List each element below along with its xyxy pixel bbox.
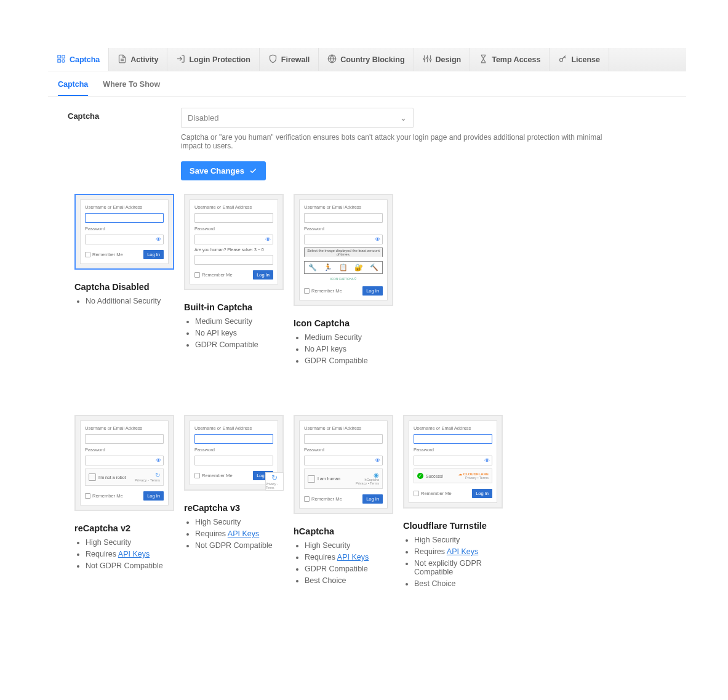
tab-label: Captcha: [70, 55, 100, 64]
option-bullets: High Security Requires API Keys GDPR Com…: [294, 541, 393, 585]
hourglass-icon: [479, 54, 488, 65]
tab-label: Firewall: [281, 55, 310, 64]
eye-icon: 👁: [484, 457, 490, 464]
turnstile-widget: ✓Success! ☁ CLOUDFLAREPrivacy • Terms: [414, 469, 492, 483]
option-title: reCaptcha v2: [74, 523, 174, 533]
activity-icon: [118, 54, 127, 65]
chevron-down-icon: ⌄: [400, 113, 407, 123]
svg-point-3: [62, 59, 65, 62]
option-bullets: Medium Security No API keys GDPR Compati…: [184, 317, 284, 349]
option-title: Captcha Disabled: [74, 282, 174, 292]
option-preview-turnstile[interactable]: Username or Email Address Password 👁 ✓Su…: [403, 415, 503, 509]
option-preview-icon[interactable]: Username or Email Address Password 👁 Sel…: [294, 194, 393, 306]
tab-activity[interactable]: Activity: [109, 48, 167, 71]
option-preview-recaptcha-v2[interactable]: Username or Email Address Password 👁 I'm…: [74, 415, 174, 511]
main-tab-bar: Captcha Activity Login Protection Firewa…: [48, 48, 686, 71]
save-changes-button[interactable]: Save Changes: [181, 161, 266, 180]
captcha-icon: [57, 54, 66, 65]
icon-captcha-strip: 🔧🏃📋🔐🔨: [304, 261, 383, 274]
svg-rect-2: [58, 59, 60, 62]
key-icon: [558, 54, 567, 65]
tab-label: Design: [436, 55, 462, 64]
tab-label: Activity: [130, 55, 158, 64]
eye-icon: 👁: [375, 236, 380, 243]
svg-point-15: [426, 57, 428, 59]
svg-point-14: [423, 58, 425, 60]
pv-login-btn: Log In: [143, 250, 164, 259]
pv-username-label: Username or Email Address: [85, 204, 164, 210]
option-preview-recaptcha-v3[interactable]: Username or Email Address Password Remem…: [184, 415, 284, 491]
eye-icon: 👁: [375, 457, 380, 464]
tab-label: Login Protection: [189, 55, 250, 64]
captcha-field-label: Captcha: [48, 108, 181, 150]
svg-point-16: [430, 58, 431, 60]
option-preview-hcaptcha[interactable]: Username or Email Address Password 👁 I a…: [294, 415, 393, 514]
pv-username-input: [85, 213, 164, 223]
option-preview-disabled[interactable]: Username or Email Address Password 👁 Rem…: [74, 194, 174, 270]
recaptcha-widget: I'm not a robot ↻Privacy - Terms: [85, 469, 164, 486]
option-bullets: High Security Requires API Keys Not GDPR…: [74, 538, 174, 570]
tab-label: License: [571, 55, 600, 64]
captcha-options-row-1: Username or Email Address Password 👁 Rem…: [48, 194, 686, 368]
tab-login-protection[interactable]: Login Protection: [167, 48, 259, 71]
check-icon: [249, 167, 257, 175]
tab-design[interactable]: Design: [414, 48, 471, 71]
pv-password-input: [85, 235, 164, 244]
option-title: Built-in Captcha: [184, 302, 284, 312]
pv-password-label: Password: [85, 226, 164, 231]
sub-tab-captcha[interactable]: Captcha: [58, 80, 88, 96]
option-title: Cloudflare Turnstile: [403, 521, 503, 531]
captcha-field-row: Captcha Disabled ⌄ Captcha or "are you h…: [48, 108, 686, 150]
recaptcha-badge: ↻ Privacy - Terms: [265, 472, 284, 491]
tab-country-blocking[interactable]: Country Blocking: [319, 48, 414, 71]
option-preview-builtin[interactable]: Username or Email Address Password 👁 Are…: [184, 194, 284, 290]
tab-label: Temp Access: [492, 55, 540, 64]
tab-captcha[interactable]: Captcha: [48, 48, 109, 71]
sub-tab-where-to-show[interactable]: Where To Show: [103, 80, 160, 96]
captcha-select[interactable]: Disabled ⌄: [181, 108, 414, 128]
svg-rect-1: [62, 55, 65, 57]
option-bullets: High Security Requires API Keys Not GDPR…: [184, 518, 284, 550]
svg-rect-0: [58, 55, 60, 57]
tab-label: Country Blocking: [340, 55, 404, 64]
tab-firewall[interactable]: Firewall: [260, 48, 319, 71]
tab-license[interactable]: License: [550, 48, 609, 71]
tab-temp-access[interactable]: Temp Access: [470, 48, 550, 71]
globe-icon: [327, 54, 337, 65]
eye-icon: 👁: [265, 236, 271, 243]
api-keys-link[interactable]: API Keys: [447, 547, 478, 556]
select-value: Disabled: [188, 113, 219, 123]
eye-icon: 👁: [156, 236, 161, 243]
sub-tab-bar: Captcha Where To Show: [48, 71, 686, 97]
save-button-label: Save Changes: [190, 166, 244, 175]
option-title: Icon Captcha: [294, 318, 393, 328]
shield-icon: [268, 54, 278, 65]
option-bullets: No Additional Security: [74, 297, 174, 305]
pv-remember: Remember Me: [85, 252, 123, 257]
option-title: hCaptcha: [294, 526, 393, 536]
captcha-help-text: Captcha or "are you human" verification …: [181, 133, 624, 150]
api-keys-link[interactable]: API Keys: [118, 550, 150, 558]
login-protection-icon: [176, 54, 185, 65]
api-keys-link[interactable]: API Keys: [337, 553, 369, 561]
option-bullets: High Security Requires API Keys Not expl…: [403, 536, 503, 588]
captcha-options-row-2: Username or Email Address Password 👁 I'm…: [48, 415, 686, 591]
option-title: reCaptcha v3: [184, 503, 284, 513]
eye-icon: 👁: [156, 457, 161, 464]
sliders-icon: [423, 54, 432, 65]
option-bullets: Medium Security No API keys GDPR Compati…: [294, 333, 393, 365]
api-keys-link[interactable]: API Keys: [228, 529, 259, 538]
hcaptcha-widget: I am human ◉hCaptchaPrivacy • Terms: [304, 469, 383, 489]
